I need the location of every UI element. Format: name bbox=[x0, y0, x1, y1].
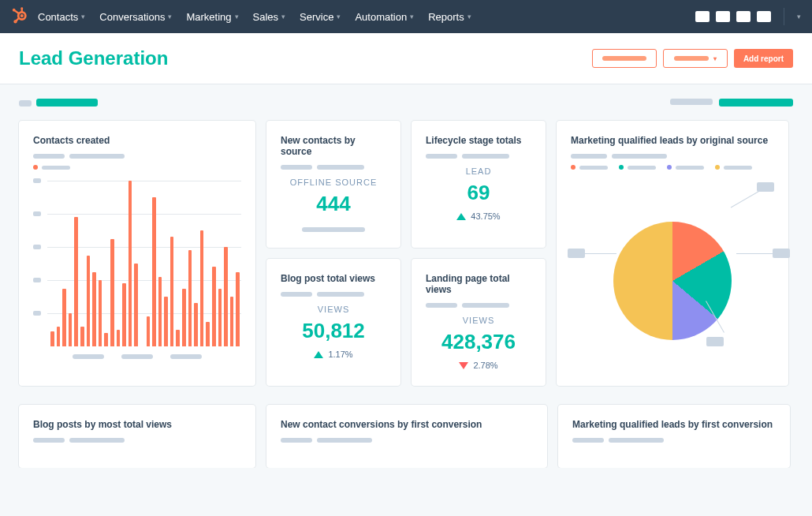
bar bbox=[80, 327, 84, 346]
kpi-label: OFFLINE SOURCE bbox=[281, 178, 386, 187]
bar bbox=[170, 237, 174, 346]
card-title: New contact conversions by first convers… bbox=[281, 419, 533, 430]
card-new-contacts-by-source[interactable]: New contacts by source OFFLINE SOURCE 44… bbox=[266, 121, 400, 248]
card-mql-by-first-conversion[interactable]: Marketing qualified leads by first conve… bbox=[558, 405, 790, 468]
pie-slice-label bbox=[706, 337, 724, 346]
chevron-down-icon: ▾ bbox=[337, 13, 341, 21]
account-menu[interactable]: ▾ bbox=[797, 13, 801, 21]
kpi-delta: 2.78% bbox=[426, 361, 531, 370]
bar bbox=[194, 303, 198, 346]
bar bbox=[122, 283, 126, 346]
bar bbox=[224, 247, 228, 346]
top-nav-right: ▾ bbox=[695, 8, 801, 25]
filter-bar bbox=[0, 84, 812, 121]
nav-util-3[interactable] bbox=[736, 11, 751, 22]
bar bbox=[218, 289, 222, 347]
header-dropdown-2[interactable]: ▾ bbox=[663, 49, 728, 68]
kpi-delta: 43.75% bbox=[426, 211, 531, 221]
pie-graphic bbox=[613, 222, 732, 340]
trend-down-icon bbox=[459, 362, 468, 369]
divider bbox=[784, 8, 784, 25]
card-title: Blog posts by most total views bbox=[33, 419, 241, 430]
kpi-delta: 1.17% bbox=[281, 350, 386, 359]
nav-items: Contacts▾ Conversations▾ Marketing▾ Sale… bbox=[38, 11, 471, 23]
svg-point-7 bbox=[13, 8, 16, 11]
pie-chart bbox=[571, 182, 774, 364]
bar bbox=[236, 272, 240, 347]
trend-up-icon bbox=[314, 351, 323, 358]
header-actions: ▾ Add report bbox=[592, 49, 793, 68]
nav-conversations[interactable]: Conversations▾ bbox=[99, 11, 172, 23]
nav-contacts[interactable]: Contacts▾ bbox=[38, 11, 85, 23]
bar bbox=[69, 313, 73, 346]
bar bbox=[188, 250, 192, 346]
chevron-down-icon: ▾ bbox=[235, 13, 239, 21]
card-title: Landing page total views bbox=[426, 273, 531, 295]
card-title: Contacts created bbox=[33, 135, 241, 146]
filter-option[interactable] bbox=[670, 99, 713, 105]
bar bbox=[129, 181, 132, 346]
card-title: Blog post total views bbox=[281, 273, 386, 284]
card-title: Marketing qualified leads by original so… bbox=[571, 135, 774, 146]
kpi-label: LEAD bbox=[426, 166, 531, 176]
kpi-value: 428,376 bbox=[426, 330, 531, 354]
bar bbox=[176, 330, 180, 346]
card-title: Marketing qualified leads by first conve… bbox=[572, 419, 776, 430]
card-mql-by-original-source[interactable]: Marketing qualified leads by original so… bbox=[557, 121, 788, 386]
svg-point-1 bbox=[20, 13, 24, 17]
card-blog-posts-by-most-views[interactable]: Blog posts by most total views bbox=[19, 405, 255, 468]
bar bbox=[158, 277, 162, 346]
card-lifecycle-stage-totals[interactable]: Lifecycle stage totals LEAD 69 43.75% bbox=[412, 121, 546, 248]
bar bbox=[200, 230, 204, 346]
nav-automation[interactable]: Automation▾ bbox=[355, 11, 414, 23]
filter-left[interactable] bbox=[19, 95, 98, 110]
page-header: Lead Generation ▾ Add report bbox=[0, 33, 812, 84]
filter-active[interactable] bbox=[719, 99, 793, 107]
add-report-button[interactable]: Add report bbox=[734, 49, 793, 68]
card-blog-post-total-views[interactable]: Blog post total views VIEWS 50,812 1.17% bbox=[266, 259, 400, 386]
bar bbox=[87, 256, 91, 347]
bar bbox=[134, 264, 138, 346]
card-contacts-created[interactable]: Contacts created bbox=[19, 121, 255, 386]
bar bbox=[212, 267, 216, 346]
bar bbox=[57, 327, 61, 346]
kpi-value: 50,812 bbox=[281, 319, 386, 343]
bar bbox=[99, 280, 102, 346]
bar bbox=[50, 331, 54, 346]
kpi-label: VIEWS bbox=[426, 316, 531, 325]
bar bbox=[110, 239, 114, 347]
pie-slice-label bbox=[773, 249, 790, 258]
nav-util-1[interactable] bbox=[695, 11, 710, 22]
chevron-down-icon: ▾ bbox=[797, 13, 801, 21]
page-title: Lead Generation bbox=[19, 47, 168, 69]
nav-service[interactable]: Service▾ bbox=[300, 11, 341, 23]
top-nav: Contacts▾ Conversations▾ Marketing▾ Sale… bbox=[0, 0, 812, 33]
trend-up-icon bbox=[456, 213, 466, 220]
dashboard-row-2: Blog posts by most total views New conta… bbox=[0, 405, 812, 468]
card-new-contact-conversions[interactable]: New contact conversions by first convers… bbox=[266, 405, 547, 468]
nav-reports[interactable]: Reports▾ bbox=[428, 11, 471, 23]
chevron-down-icon: ▾ bbox=[281, 13, 285, 21]
pie-slice-label bbox=[757, 182, 774, 192]
bar bbox=[117, 330, 121, 346]
bar bbox=[230, 297, 234, 346]
kpi-value: 69 bbox=[426, 181, 531, 205]
chevron-down-icon: ▾ bbox=[81, 13, 85, 21]
bar bbox=[147, 316, 151, 346]
card-title: Lifecycle stage totals bbox=[426, 135, 531, 146]
bar bbox=[206, 322, 210, 347]
nav-util-4[interactable] bbox=[757, 11, 771, 22]
kpi-footer-placeholder bbox=[302, 227, 365, 232]
kpi-label: VIEWS bbox=[281, 305, 386, 314]
bar bbox=[92, 272, 96, 347]
nav-marketing[interactable]: Marketing▾ bbox=[186, 11, 238, 23]
header-dropdown-1[interactable] bbox=[592, 49, 657, 68]
nav-util-2[interactable] bbox=[716, 11, 730, 22]
card-landing-page-total-views[interactable]: Landing page total views VIEWS 428,376 2… bbox=[412, 259, 546, 386]
svg-point-3 bbox=[20, 7, 23, 9]
hubspot-logo-icon[interactable] bbox=[11, 7, 28, 27]
bar bbox=[104, 333, 108, 346]
nav-sales[interactable]: Sales▾ bbox=[253, 11, 286, 23]
bar bbox=[182, 289, 186, 347]
kpi-value: 444 bbox=[281, 192, 386, 216]
